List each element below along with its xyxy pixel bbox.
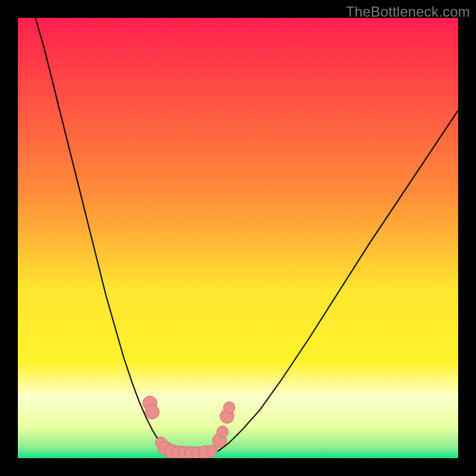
watermark-label: TheBottleneck.com — [346, 4, 470, 20]
plot-area — [18, 18, 458, 458]
data-marker — [224, 402, 235, 413]
chart-svg — [18, 18, 458, 458]
gradient-background — [18, 18, 458, 458]
data-marker — [145, 405, 159, 419]
data-marker — [206, 446, 217, 457]
chart-frame: TheBottleneck.com — [0, 0, 476, 476]
data-marker — [217, 426, 228, 437]
